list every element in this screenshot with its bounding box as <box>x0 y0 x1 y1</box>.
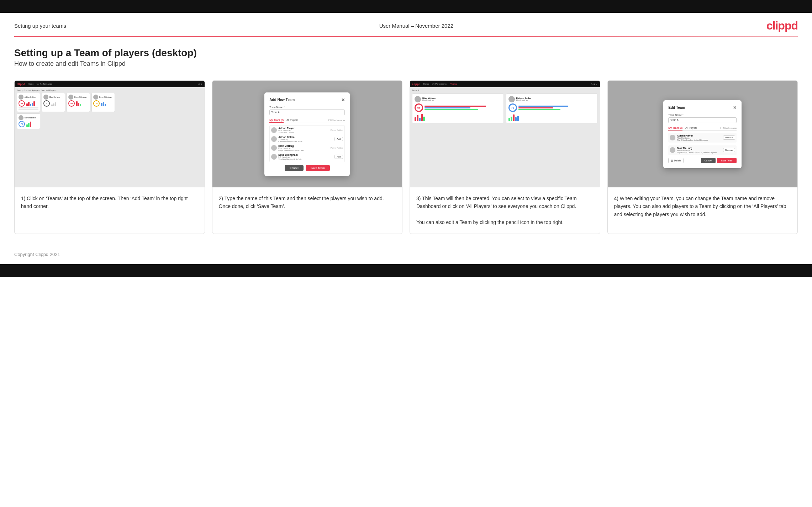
mock4-avatar-2 <box>670 147 675 153</box>
mock3-toolbar: Team A <box>412 89 598 91</box>
mock2-player4-details: Dave Billingham 3.5 HandicapThe Dog Magi… <box>278 154 333 160</box>
mock1-nav-home: Home <box>28 83 34 85</box>
mock2-player-1: Adrian Player Plus HandicapThe Shine Lon… <box>271 127 343 134</box>
mock4-cancel-button[interactable]: Cancel <box>701 158 716 163</box>
mock1-score4: 78 <box>93 100 100 107</box>
mock3-player2-club: Plus Handicap <box>516 99 531 101</box>
mock4-tab-allplayers[interactable]: All Players <box>685 126 697 130</box>
mock2-save-button[interactable]: Save Team <box>306 165 330 171</box>
mock2-filter-checkbox[interactable] <box>328 119 331 121</box>
mock4-remove-btn-2[interactable]: Remove <box>723 148 735 152</box>
mock2-close-icon[interactable]: ✕ <box>341 97 345 102</box>
mock3-score1: 94 <box>415 103 423 112</box>
mock4-filter-checkbox[interactable] <box>720 127 722 129</box>
mock2-player2-details: Adrian Coliba 1 HandicapCentral London G… <box>278 136 333 143</box>
mock1-avatar1 <box>19 95 23 100</box>
mock1-avatar2 <box>43 95 48 100</box>
col4-screenshot: Edit Team ✕ Team Name * Team A My Team (… <box>608 81 798 187</box>
mock4-delete-label: Delete <box>674 159 681 162</box>
mock2-player1-status: Player Added <box>331 129 343 131</box>
mock1-avatar3 <box>68 95 73 100</box>
mock2-player4-club: 3.5 HandicapThe Dog Maging Golf Club <box>278 156 333 160</box>
mock2-player3-club: Plus HandicapRoyal North Devon Golf Club <box>278 147 329 151</box>
footer-copyright: Copyright Clippd 2021 <box>14 252 60 257</box>
mock2-team-name-value: Team A <box>271 111 279 113</box>
trash-icon: 🗑 <box>671 159 673 162</box>
mock1-player2-name: Blair McHarg <box>49 96 60 98</box>
mock4-player2-name: Blair McHarg <box>677 147 722 149</box>
mock4-title: Edit Team <box>668 106 685 110</box>
col1-text: 1) Click on ‘Teams’ at the top of the sc… <box>15 187 205 234</box>
mock2-add-btn-4[interactable]: Add <box>334 155 343 159</box>
mock1-nav-teams: My Performance <box>37 83 52 85</box>
col2-description: 2) Type the name of this Team and then s… <box>219 196 384 209</box>
mock2-cancel-button[interactable]: Cancel <box>285 165 304 171</box>
mock1-player4-name: Dave Billingham <box>99 96 112 98</box>
mock1-score1: 84 <box>19 100 25 107</box>
mock2-player1-club: Plus HandicapThe Shine London <box>278 129 329 134</box>
page-title: Setting up a Team of players (desktop) <box>14 47 798 59</box>
mock1-player3-name: Dave Billingham <box>74 96 87 98</box>
mock3-nav-my-perf: My Performance <box>432 83 448 85</box>
mock4-player1-name: Adrian Player <box>677 134 722 137</box>
mock3-avatar2 <box>508 96 515 102</box>
mock2-filter-area: Filter by name <box>328 118 345 123</box>
mock2-player2-club: 1 HandicapCentral London Golf Centre <box>278 138 333 143</box>
mock4-player-list: Adrian Player Plus HandicapThe Shine Lon… <box>668 133 737 155</box>
col1-screenshot: clippd Home My Performance ⚙ ✕ Seeing 8 … <box>15 81 205 187</box>
col3-text: 3) This Team will then be created. You c… <box>410 187 600 234</box>
mock2-bg: Add New Team ✕ Team Name * Team A My Tea… <box>212 81 402 187</box>
column-1: clippd Home My Performance ⚙ ✕ Seeing 8 … <box>14 80 205 234</box>
mock1-player5-name: Richard Butler <box>25 117 36 119</box>
column-2: Add New Team ✕ Team Name * Team A My Tea… <box>212 80 403 234</box>
bottom-bar <box>0 264 812 277</box>
mock1-player1-name: Adrian Collins <box>25 96 36 98</box>
mock3-avatar1 <box>415 96 421 102</box>
col3-screenshot: clippd Home My Performance Teams ✎ ⊞ ✕ T… <box>410 81 600 187</box>
mock1-nav-controls: ⚙ ✕ <box>198 83 202 85</box>
mock3-nav-teams: Teams <box>450 83 457 85</box>
mock4-close-icon[interactable]: ✕ <box>733 105 737 110</box>
mock4-team-name-value: Team A <box>670 119 678 121</box>
mock2-team-name-input[interactable]: Team A <box>269 110 345 115</box>
header-divider <box>14 36 798 37</box>
col4-text: 4) When editing your Team, you can chang… <box>608 187 798 234</box>
mock2-avatar-2 <box>271 136 277 142</box>
mock3-nav-home: Home <box>423 83 429 85</box>
mock2-player3-details: Blair McHarg Plus HandicapRoyal North De… <box>278 145 329 151</box>
mock2-player1-details: Adrian Player Plus HandicapThe Shine Lon… <box>278 127 329 134</box>
mock1-logo: clippd <box>17 82 25 86</box>
header-document-title: User Manual – November 2022 <box>379 23 453 29</box>
mock4-team-name-input[interactable]: Team A <box>668 117 737 123</box>
mock3-team-name: Team A <box>412 89 419 91</box>
mock2-title: Add New Team <box>269 98 295 102</box>
mock2-add-btn-2[interactable]: Add <box>334 137 343 141</box>
mock2-player3-name: Blair McHarg <box>278 145 329 147</box>
mock2-avatar-3 <box>271 145 277 151</box>
col4-description: 4) When editing your Team, you can chang… <box>614 196 786 217</box>
mock3-score2: 72 <box>508 103 517 112</box>
mock2-player-list: Adrian Player Plus HandicapThe Shine Lon… <box>269 125 345 162</box>
mock2-player-4: Dave Billingham 3.5 HandicapThe Dog Magi… <box>271 154 343 160</box>
mock2-player4-name: Dave Billingham <box>278 154 333 156</box>
mock4-save-button[interactable]: Save Team <box>717 158 737 163</box>
page-subtitle: How to create and edit Teams in Clippd <box>14 60 798 68</box>
mock2-team-name-label: Team Name * <box>269 106 345 108</box>
mock4-remove-btn-1[interactable]: Remove <box>723 135 735 140</box>
col1-description: 1) Click on ‘Teams’ at the top of the sc… <box>21 196 188 209</box>
mock4-tab-myteam[interactable]: My Team (2) <box>668 126 682 130</box>
mock4-delete-button[interactable]: 🗑 Delete <box>668 158 684 163</box>
clippd-logo: clippd <box>766 19 798 32</box>
mock2-tab-allplayers[interactable]: All Players <box>286 118 298 123</box>
mock2-dialog: Add New Team ✕ Team Name * Team A My Tea… <box>264 92 350 176</box>
column-3: clippd Home My Performance Teams ✎ ⊞ ✕ T… <box>410 80 600 234</box>
mock1-score5: 72 <box>19 121 25 127</box>
mock3-player2: Richard Butler Plus Handicap <box>516 97 531 101</box>
mock2-player3-status: Player Added <box>331 147 343 149</box>
mock4-filter-label: Filter by name <box>723 127 737 129</box>
instructions-columns: clippd Home My Performance ⚙ ✕ Seeing 8 … <box>14 80 798 234</box>
col2-text: 2) Type the name of this Team and then s… <box>212 187 402 234</box>
mock2-tab-myteam[interactable]: My Team (2) <box>269 118 284 123</box>
mock4-dialog: Edit Team ✕ Team Name * Team A My Team (… <box>663 100 742 168</box>
mock4-avatar-1 <box>670 135 675 140</box>
